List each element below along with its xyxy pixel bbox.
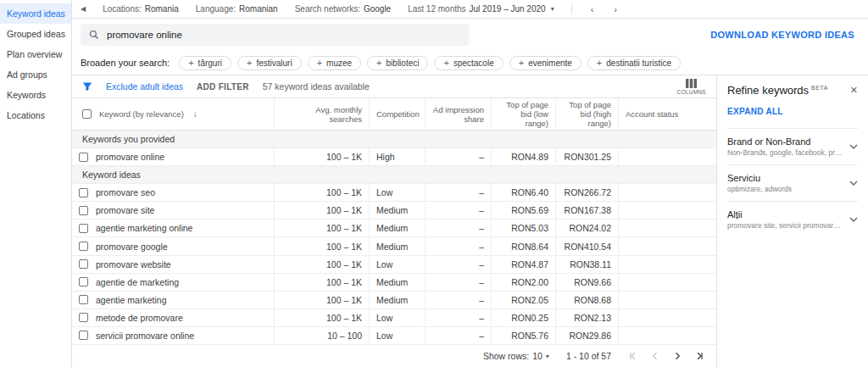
networks-setting[interactable]: Search networks: Google <box>295 4 392 14</box>
column-header-account-status[interactable]: Account status <box>618 98 716 130</box>
table-row[interactable]: promovare online 100 – 1K High – RON4.89… <box>72 148 716 166</box>
chip-label: evenimente <box>528 58 572 68</box>
account-status-cell <box>618 220 716 236</box>
refine-group-serviciu[interactable]: Serviciu optimizare, adwords <box>727 164 858 201</box>
search-icon <box>89 30 99 40</box>
table-row[interactable]: metode de promovare 100 – 1K Low – RON0.… <box>72 309 716 327</box>
searches-cell: 100 – 1K <box>274 237 369 254</box>
download-keyword-ideas-button[interactable]: DOWNLOAD KEYWORD IDEAS <box>710 30 854 40</box>
table-row[interactable]: promovare website 100 – 1K Low – RON4.87… <box>72 256 716 274</box>
table-row[interactable]: promovare site 100 – 1K Medium – RON5.69… <box>72 202 716 220</box>
bid-low-cell: RON8.64 <box>491 237 555 254</box>
expand-all-button[interactable]: EXPAND ALL <box>727 107 858 116</box>
last-page-icon[interactable] <box>694 351 704 361</box>
first-page-icon[interactable] <box>628 351 638 361</box>
row-checkbox[interactable] <box>79 188 88 197</box>
date-next-icon[interactable]: › <box>612 4 619 14</box>
next-page-icon[interactable] <box>672 351 682 361</box>
broaden-chip-targuri[interactable]: + târguri <box>179 56 231 70</box>
table-row[interactable]: agentie de marketing 100 – 1K Medium – R… <box>72 274 716 292</box>
back-icon[interactable]: ◀ <box>81 5 86 13</box>
language-setting[interactable]: Language: Romanian <box>196 4 278 14</box>
column-header-searches[interactable]: Avg. monthly searches <box>274 98 369 130</box>
sidebar-item-grouped-ideas[interactable]: Grouped ideas <box>0 24 71 44</box>
refine-group-brand[interactable]: Brand or Non-Brand Non-Brands, google, f… <box>727 128 858 164</box>
competition-cell: Medium <box>369 237 425 254</box>
sidebar-item-locations[interactable]: Locations <box>0 105 71 125</box>
row-checkbox[interactable] <box>79 313 88 322</box>
bid-low-cell: RON2.00 <box>491 274 555 291</box>
table-row[interactable]: agentie marketing online 100 – 1K Medium… <box>72 220 716 237</box>
broaden-chip-festivaluri[interactable]: + festivaluri <box>237 56 302 70</box>
column-header-bid-low[interactable]: Top of page bid (low range) <box>491 98 555 130</box>
sidebar-item-keywords[interactable]: Keywords <box>0 85 71 105</box>
broaden-chip-evenimente[interactable]: + evenimente <box>509 56 581 70</box>
row-checkbox[interactable] <box>79 242 88 251</box>
table-row[interactable]: servicii promovare online 10 – 100 Low –… <box>72 327 716 345</box>
row-checkbox[interactable] <box>79 295 88 304</box>
add-filter-button[interactable]: ADD FILTER <box>197 82 249 92</box>
impression-share-cell: – <box>425 327 491 344</box>
sidebar-item-plan-overview[interactable]: Plan overview <box>0 44 71 64</box>
account-status-cell <box>618 292 716 309</box>
refine-group-title: Alții <box>727 209 844 220</box>
account-status-cell <box>618 148 716 165</box>
broaden-chip-destinatii-turistice[interactable]: + destinatii turistice <box>587 56 681 70</box>
table-row[interactable]: promovare seo 100 – 1K Low – RON6.40 RON… <box>72 184 716 202</box>
filter-icon[interactable] <box>82 81 92 92</box>
content-area: Exclude adult ideas ADD FILTER 57 keywor… <box>72 75 868 367</box>
show-rows-label: Show rows: <box>483 351 529 361</box>
account-status-cell <box>618 256 716 273</box>
column-header-competition[interactable]: Competition <box>369 98 425 130</box>
competition-cell: Medium <box>369 274 425 291</box>
impression-share-cell: – <box>425 274 491 291</box>
bid-high-cell: RON9.66 <box>555 274 618 291</box>
competition-cell: Medium <box>369 202 425 219</box>
plus-icon: + <box>519 58 524 68</box>
row-checkbox[interactable] <box>79 153 88 162</box>
date-range-setting[interactable]: Last 12 months Jul 2019 – Jun 2020 ▾ <box>408 4 554 14</box>
account-status-cell <box>618 202 716 219</box>
chevron-down-icon <box>849 217 858 222</box>
pagination-bar: Show rows: 10 ▾ 1 - 10 of 57 <box>72 345 716 367</box>
sidebar-item-keyword-ideas[interactable]: Keyword ideas <box>0 3 71 24</box>
chip-label: târguri <box>198 58 222 68</box>
column-header-keyword[interactable]: Keyword (by relevance) <box>99 109 184 119</box>
search-input[interactable]: promovare online <box>81 24 469 46</box>
row-checkbox[interactable] <box>79 224 88 233</box>
close-icon[interactable]: ✕ <box>850 84 858 95</box>
show-rows-select[interactable]: Show rows: 10 ▾ <box>483 351 549 361</box>
locations-label: Locations: <box>103 4 142 14</box>
broaden-chip-biblioteci[interactable]: + biblioteci <box>367 56 428 70</box>
refine-group-altii[interactable]: Alții promovare site, servicii promovare… <box>727 201 858 237</box>
refine-group-subtitle: optimizare, adwords <box>727 185 844 193</box>
columns-button[interactable]: COLUMNS <box>676 79 706 95</box>
table-row[interactable]: agentie marketing 100 – 1K Medium – RON2… <box>72 292 716 309</box>
row-checkbox[interactable] <box>79 277 88 286</box>
column-header-impression-share[interactable]: Ad impression share <box>425 98 491 130</box>
row-checkbox[interactable] <box>79 331 88 340</box>
section-header-keywords-you-provided: Keywords you provided <box>72 131 716 148</box>
searches-cell: 100 – 1K <box>274 184 369 201</box>
broaden-chip-spectacole[interactable]: + spectacole <box>434 56 503 70</box>
locations-setting[interactable]: Locations: Romania <box>103 4 179 14</box>
impression-share-cell: – <box>425 202 491 219</box>
bid-low-cell: RON4.87 <box>491 256 555 273</box>
select-all-checkbox[interactable] <box>82 109 92 119</box>
column-header-bid-high[interactable]: Top of page bid (high range) <box>555 98 618 130</box>
keyword-cell: agentie marketing online <box>96 223 192 233</box>
exclude-adult-ideas-filter[interactable]: Exclude adult ideas <box>106 81 183 92</box>
table-area: Exclude adult ideas ADD FILTER 57 keywor… <box>72 75 716 367</box>
row-checkbox[interactable] <box>79 206 88 215</box>
sidebar-item-ad-groups[interactable]: Ad groups <box>0 64 71 85</box>
chevron-down-icon <box>849 181 858 186</box>
competition-cell: Medium <box>369 220 425 236</box>
refine-group-title: Serviciu <box>727 173 844 183</box>
date-prev-icon[interactable]: ‹ <box>589 4 596 14</box>
row-checkbox[interactable] <box>79 259 88 269</box>
previous-page-icon[interactable] <box>650 351 660 361</box>
competition-cell: High <box>369 148 425 165</box>
table-row[interactable]: promovare google 100 – 1K Medium – RON8.… <box>72 237 716 255</box>
broaden-chip-muzee[interactable]: + muzee <box>308 56 361 70</box>
keyword-cell: metode de promovare <box>96 313 183 323</box>
